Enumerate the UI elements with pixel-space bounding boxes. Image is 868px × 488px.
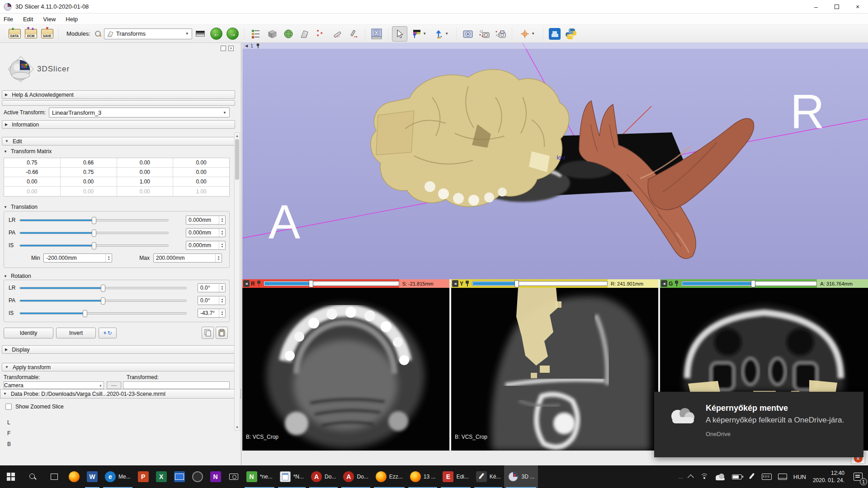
translation-is-value[interactable]: 0.000mm▲▼: [186, 241, 226, 250]
min-value[interactable]: -200.000mm▲▼: [43, 253, 112, 263]
taskbar-app-slicer[interactable]: 3D ...: [504, 465, 538, 488]
scroll-up-icon[interactable]: ▲: [235, 133, 240, 139]
onedrive-notification[interactable]: Képernyőkép mentve A képernyőkép felkerü…: [654, 392, 863, 457]
model-sphere-button[interactable]: [281, 26, 296, 42]
taskbar-app-word[interactable]: W: [83, 465, 101, 488]
taskbar-app-acrobat-1[interactable]: ADo...: [307, 465, 340, 488]
close-button[interactable]: ×: [847, 0, 868, 14]
undock-panel-icon[interactable]: [221, 46, 226, 51]
section-display[interactable]: ▶Display: [2, 345, 235, 354]
spinner-arrows-icon[interactable]: ▲▼: [215, 254, 222, 262]
identity-button[interactable]: Identity: [4, 328, 53, 338]
taskbar-app-mail[interactable]: [170, 465, 189, 488]
task-view-button[interactable]: [43, 465, 65, 488]
section-edit[interactable]: ▼Edit: [2, 137, 235, 145]
close-panel-icon[interactable]: ×: [228, 46, 234, 51]
rotation-is-slider[interactable]: [19, 312, 187, 314]
tray-expand-button[interactable]: [686, 465, 697, 488]
taskbar-app-pen[interactable]: Ké...: [472, 465, 505, 488]
module-history-button[interactable]: [193, 26, 208, 42]
rotation-lr-value[interactable]: 0.0°▲▼: [198, 283, 226, 292]
add-transform-button[interactable]: +↻: [99, 328, 117, 338]
translation-lr-slider[interactable]: [19, 219, 169, 221]
wifi-indicator[interactable]: [697, 465, 712, 488]
mouse-interact-button[interactable]: [392, 26, 407, 42]
scroll-down-icon[interactable]: ▼: [235, 424, 240, 430]
section-information[interactable]: ▶Information: [2, 120, 235, 129]
menu-file[interactable]: File: [4, 16, 13, 23]
rotation-is-value[interactable]: -43.7°▲▼: [198, 309, 226, 318]
translation-is-slider[interactable]: [19, 244, 169, 247]
rotation-lr-slider[interactable]: [19, 287, 187, 289]
threed-view-controller[interactable]: ◀ 1: [242, 43, 868, 49]
scene-view-restore-button[interactable]: [493, 26, 508, 42]
translation-header[interactable]: ▼Translation: [4, 204, 38, 210]
python-console-button[interactable]: [563, 26, 579, 42]
spinner-arrows-icon[interactable]: ▲▼: [105, 254, 112, 262]
matrix-cell[interactable]: 0.00: [117, 168, 174, 177]
fiducial-label[interactable]: Io-r: [557, 154, 566, 161]
section-help[interactable]: ▶Help & Acknowledgement: [2, 90, 235, 99]
save-button[interactable]: ▼SAVE: [39, 26, 55, 42]
matrix-cell[interactable]: 0.00: [117, 158, 174, 167]
taskbar-app-notepad-green[interactable]: N*ne...: [243, 465, 276, 488]
battery-indicator[interactable]: [729, 465, 745, 488]
matrix-cell[interactable]: 0.00: [4, 177, 61, 186]
menu-help[interactable]: Help: [66, 16, 78, 23]
clock[interactable]: 12:402020. 01. 24.: [809, 465, 848, 488]
markups-button[interactable]: ***: [313, 26, 329, 42]
transform-matrix-table[interactable]: 0.750.660.000.00 -0.660.750.000.00 0.000…: [4, 158, 230, 197]
max-value[interactable]: 200.000mm▲▼: [153, 253, 222, 263]
matrix-cell[interactable]: 0.00: [173, 177, 229, 186]
collapse-arrow-icon[interactable]: ◀: [452, 280, 458, 287]
translation-pa-slider[interactable]: [19, 232, 169, 234]
copy-transform-button[interactable]: [202, 327, 214, 339]
capture-view-button[interactable]: [460, 26, 476, 42]
taskbar-app-excel[interactable]: X: [152, 465, 170, 488]
yellow-slice-slider[interactable]: [472, 281, 608, 286]
taskbar-app-acrobat-2[interactable]: ADo...: [340, 465, 372, 488]
yellow-slice-view[interactable]: B: VCS_Crop: [451, 288, 658, 450]
touch-keyboard[interactable]: [759, 465, 775, 488]
spinner-arrows-icon[interactable]: ▲▼: [219, 216, 225, 224]
spinner-arrows-icon[interactable]: ▲▼: [219, 229, 225, 237]
transformable-list[interactable]: Camera ▲: [4, 381, 104, 389]
matrix-cell[interactable]: 0.00: [173, 168, 229, 177]
maximize-button[interactable]: [826, 0, 847, 14]
pen-settings[interactable]: [745, 465, 759, 488]
apply-transform-arrows[interactable]: —: [107, 381, 121, 389]
pin-icon[interactable]: [465, 281, 469, 286]
threed-view[interactable]: Io-r A R ◀ 1: [242, 43, 868, 279]
module-selector[interactable]: Transforms ▼: [104, 28, 192, 39]
show-zoomed-slice-checkbox[interactable]: [5, 404, 12, 410]
taskbar-app-dark[interactable]: [189, 465, 207, 488]
volume-cube-button[interactable]: [264, 26, 280, 42]
taskbar-app-notepad[interactable]: *N...: [276, 465, 307, 488]
module-back-button[interactable]: ←: [209, 26, 224, 42]
window-level-button[interactable]: ▼: [408, 26, 430, 42]
minimize-button[interactable]: –: [806, 0, 826, 14]
onedrive-tray[interactable]: [712, 465, 729, 488]
taskbar-app-edge[interactable]: eMe...: [101, 465, 134, 488]
matrix-cell[interactable]: -0.66: [4, 168, 61, 177]
invert-button[interactable]: Invert: [56, 328, 96, 338]
transformed-list[interactable]: [123, 381, 230, 389]
green-slice-slider[interactable]: [681, 281, 817, 286]
pin-icon[interactable]: [256, 43, 259, 48]
language-indicator[interactable]: HUN: [790, 465, 809, 488]
panel-scrollbar[interactable]: ▲ ▼: [234, 132, 240, 431]
transform-matrix-header[interactable]: ▼Transform Matrix: [4, 148, 52, 155]
pin-icon[interactable]: [257, 281, 261, 286]
search-button[interactable]: [22, 465, 43, 488]
taskbar-app-onenote[interactable]: N: [207, 465, 225, 488]
active-transform-selector[interactable]: LinearTransform_3▼: [49, 108, 230, 117]
pin-icon[interactable]: [675, 281, 679, 286]
dicom-button[interactable]: ▼▲DCM: [23, 26, 38, 42]
collapse-arrow-icon[interactable]: ◀: [245, 44, 248, 48]
spinner-arrows-icon[interactable]: ▲▼: [219, 284, 225, 292]
crosshair-button[interactable]: ▼: [516, 26, 539, 42]
taskbar-app-camera[interactable]: [225, 465, 243, 488]
rotation-pa-slider[interactable]: [19, 300, 187, 302]
spinner-arrows-icon[interactable]: ▲▼: [219, 241, 225, 249]
taskbar-app-firefox[interactable]: [65, 465, 83, 488]
